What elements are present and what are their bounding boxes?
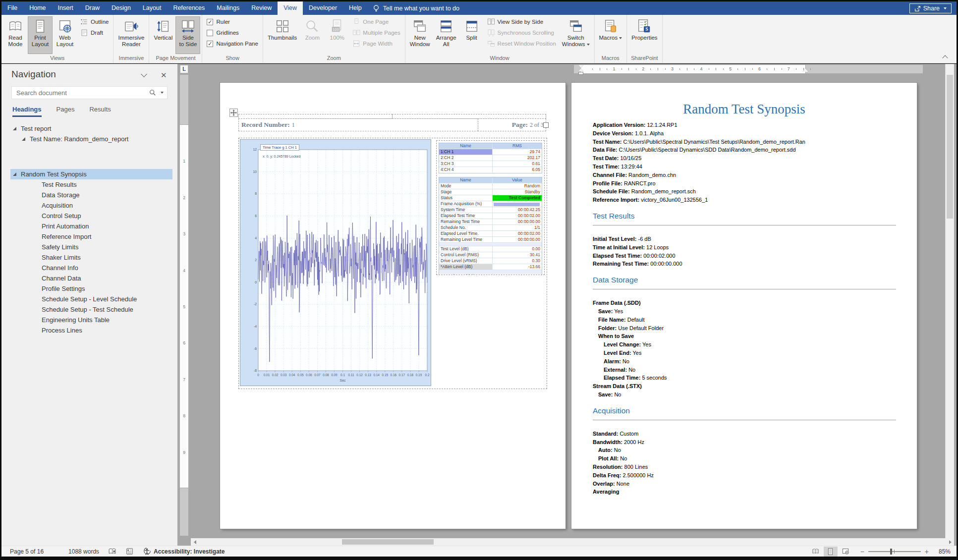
hanging-indent-marker[interactable]: [578, 68, 583, 71]
horizontal-scrollbar[interactable]: [191, 538, 954, 546]
tab-mailings[interactable]: Mailings: [211, 1, 245, 15]
navigation-options-button[interactable]: [142, 72, 149, 79]
search-input[interactable]: [12, 89, 149, 97]
nav-heading-profile-settings[interactable]: Profile Settings: [10, 283, 172, 294]
nav-heading-channel-info[interactable]: Channel Info: [10, 263, 172, 273]
nav-heading-random-test-synopsis[interactable]: Random Test Synopsis: [10, 169, 172, 179]
nav-heading-print-automation[interactable]: Print Automation: [10, 221, 172, 231]
tab-design[interactable]: Design: [106, 1, 137, 15]
tell-me-box[interactable]: Tell me what you want to do: [373, 1, 459, 15]
left-indent-marker[interactable]: [578, 72, 583, 75]
ribbon-button-read-mode[interactable]: ReadMode: [3, 16, 28, 54]
search-options-chevron[interactable]: [161, 92, 164, 94]
search-icon[interactable]: [149, 89, 156, 96]
zoom-percentage[interactable]: 85%: [933, 548, 951, 555]
tab-draw[interactable]: Draw: [79, 1, 106, 15]
ribbon-button-arrange-all[interactable]: ArrangeAll: [433, 16, 459, 54]
zoom-slider-thumb[interactable]: [890, 549, 892, 555]
scroll-right-button[interactable]: [946, 538, 954, 546]
ribbon-button-draft[interactable]: Draft: [78, 28, 111, 38]
record-number-field[interactable]: Record Number: 1: [238, 118, 478, 131]
tab-developer[interactable]: Developer: [303, 1, 343, 15]
ribbon-button-100[interactable]: 100100%: [325, 16, 349, 54]
ribbon-button-immersive-reader[interactable]: ImmersiveReader: [115, 16, 147, 54]
ribbon-button-outline[interactable]: Outline: [78, 17, 111, 27]
record-header[interactable]: Record Number: 1 Page: 2 of 3: [238, 114, 547, 131]
zoom-in-button[interactable]: +: [925, 549, 929, 555]
document-page-right[interactable]: Random Test Synopsis Application Version…: [571, 83, 917, 529]
horizontal-ruler[interactable]: 1234567: [574, 65, 923, 73]
ribbon-button-properties[interactable]: SProperties: [628, 16, 660, 54]
ribbon-button-print-layout[interactable]: PrintLayout: [28, 16, 53, 54]
ribbon-button-view-side-by-side[interactable]: View Side by Side: [485, 17, 558, 27]
ribbon-button-page-width[interactable]: Page Width: [350, 39, 402, 49]
accessibility-checker[interactable]: Accessibility: Investigate: [138, 546, 229, 557]
selection-handle[interactable]: [543, 122, 549, 128]
expander-icon[interactable]: [13, 127, 16, 130]
ribbon-button-split[interactable]: Split: [459, 16, 484, 54]
collapse-ribbon-button[interactable]: [942, 55, 949, 60]
share-button[interactable]: Share: [909, 3, 952, 13]
nav-heading-schedule-setup-level-schedule[interactable]: Schedule Setup - Level Schedule: [10, 294, 172, 304]
nav-heading-shaker-limits[interactable]: Shaker Limits: [10, 252, 172, 263]
macro-recording-button[interactable]: [121, 546, 138, 557]
ribbon-button-vertical[interactable]: Vertical: [151, 16, 175, 54]
print-layout-view-button[interactable]: [824, 547, 838, 557]
nav-heading-reference-import[interactable]: Reference Import: [10, 231, 172, 242]
document-page-left[interactable]: Record Number: 1 Page: 2 of 3 -8-6-4-202…: [220, 83, 565, 529]
ribbon-button-multiple-pages[interactable]: Multiple Pages: [350, 28, 402, 38]
vertical-scrollbar[interactable]: [945, 64, 954, 538]
expander-icon[interactable]: [22, 137, 25, 141]
ribbon-button-zoom[interactable]: Zoom: [300, 16, 325, 54]
nav-tab-pages[interactable]: Pages: [56, 106, 75, 117]
ribbon-button-web-layout[interactable]: WebLayout: [53, 16, 77, 54]
nav-heading-engineering-units-table[interactable]: Engineering Units Table: [10, 315, 172, 325]
ribbon-button-reset-window-position[interactable]: Reset Window Position: [485, 39, 558, 49]
tab-references[interactable]: References: [167, 1, 211, 15]
tab-help[interactable]: Help: [343, 1, 368, 15]
checkbox-ruler[interactable]: ✓Ruler: [205, 17, 260, 27]
ribbon-button-synchronous-scrolling[interactable]: Synchronous Scrolling: [485, 28, 558, 38]
navigation-close-button[interactable]: ✕: [161, 72, 168, 79]
web-layout-view-button[interactable]: [839, 547, 852, 557]
expander-icon[interactable]: [13, 172, 16, 176]
nav-heading-test-name-random-demo-report[interactable]: Test Name: Random_demo_report: [10, 134, 172, 144]
measurement-tables[interactable]: NameRMS1:CH 129.742:CH 2202.173:CH 30.61…: [436, 140, 545, 275]
nav-heading-test-results[interactable]: Test Results: [10, 179, 172, 190]
checkbox-icon[interactable]: ✓: [207, 19, 213, 25]
report-graphic-block[interactable]: -8-6-4-202468101200.010.020.030.040.050.…: [238, 138, 547, 389]
vertical-scrollbar-thumb[interactable]: [947, 75, 953, 219]
ribbon-button-side-to-side[interactable]: Sideto Side: [175, 16, 200, 54]
move-handle-icon[interactable]: [229, 109, 238, 117]
nav-heading-acquisition[interactable]: Acquisition: [10, 200, 172, 211]
nav-heading-data-storage[interactable]: Data Storage: [10, 190, 172, 200]
proofing-status-button[interactable]: [104, 546, 121, 557]
ribbon-button-thumbnails[interactable]: Thumbnails: [265, 16, 300, 54]
checkbox-icon[interactable]: [207, 30, 213, 36]
first-line-indent-marker[interactable]: [578, 65, 583, 68]
tab-stop-selector[interactable]: L: [180, 65, 188, 73]
nav-heading-process-lines[interactable]: Process Lines: [10, 325, 172, 336]
tab-view[interactable]: View: [278, 1, 303, 15]
horizontal-scrollbar-thumb[interactable]: [342, 539, 434, 545]
ribbon-button-switch-windows[interactable]: SwitchWindows: [559, 16, 593, 54]
tab-layout[interactable]: Layout: [137, 1, 168, 15]
scroll-left-button[interactable]: [191, 538, 199, 546]
checkbox-gridlines[interactable]: Gridlines: [205, 28, 260, 38]
nav-heading-test-report[interactable]: Test report: [10, 123, 172, 134]
word-count[interactable]: 1088 words: [64, 546, 104, 557]
tab-file[interactable]: File: [1, 1, 23, 15]
tab-review[interactable]: Review: [245, 1, 278, 15]
vertical-ruler[interactable]: 123456789: [180, 75, 188, 536]
nav-heading-safety-limits[interactable]: Safety Limits: [10, 242, 172, 252]
zoom-slider[interactable]: [868, 551, 921, 552]
page-number-field[interactable]: Page: 2 of 3: [478, 118, 546, 131]
nav-heading-schedule-setup-test-schedule[interactable]: Schedule Setup - Test Schedule: [10, 304, 172, 315]
nav-tab-headings[interactable]: Headings: [12, 106, 42, 117]
time-trace-chart[interactable]: -8-6-4-202468101200.010.020.030.040.050.…: [240, 139, 431, 386]
nav-tab-results[interactable]: Results: [89, 106, 111, 117]
checkbox-navigation-pane[interactable]: ✓Navigation Pane: [205, 39, 260, 49]
nav-heading-control-setup[interactable]: Control Setup: [10, 211, 172, 221]
tab-insert[interactable]: Insert: [52, 1, 79, 15]
read-mode-view-button[interactable]: [809, 547, 823, 557]
